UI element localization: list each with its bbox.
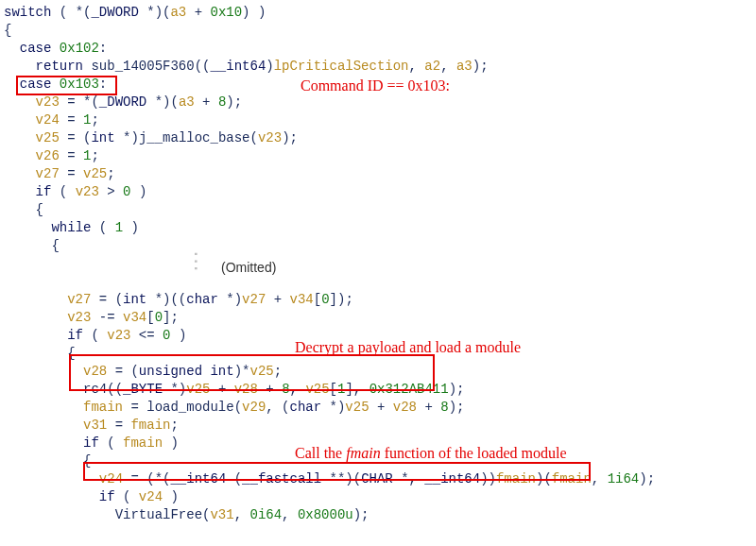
annotation-call-fmain-post: function of the loaded module bbox=[381, 445, 567, 461]
code-omitted-gap bbox=[4, 255, 752, 291]
code-line-21: v31 = fmain; bbox=[4, 417, 752, 435]
omitted-label: (Omitted) bbox=[221, 259, 276, 277]
annotation-call-fmain: Call the fmain function of the loaded mo… bbox=[295, 444, 567, 462]
code-line-3: return sub_14005F360((__int64)lpCritical… bbox=[4, 58, 752, 76]
code-line-9: v27 = v25; bbox=[4, 165, 752, 183]
code-line-10: if ( v23 > 0 ) bbox=[4, 183, 752, 201]
code-line-25: if ( v24 ) bbox=[4, 488, 752, 506]
code-line-15: v23 -= v34[0]; bbox=[4, 309, 752, 327]
code-line-1: { bbox=[4, 22, 752, 40]
code-line-2: case 0x102: bbox=[4, 40, 752, 58]
code-line-12: while ( 1 ) bbox=[4, 219, 752, 237]
ellipsis-icon: … bbox=[194, 250, 212, 275]
code-line-19: rc4((_BYTE *)v25 + v28 + 8, v25[1], 0x31… bbox=[4, 381, 752, 399]
code-line-20: fmain = load_module(v29, (char *)v25 + v… bbox=[4, 399, 752, 417]
code-line-14: v27 = (int *)((char *)v27 + v34[0]); bbox=[4, 291, 752, 309]
code-line-18: v28 = (unsigned int)*v25; bbox=[4, 363, 752, 381]
annotation-decrypt: Decrypt a payload and load a module bbox=[295, 338, 521, 356]
code-line-8: v26 = 1; bbox=[4, 147, 752, 165]
code-line-0: switch ( *(_DWORD *)(a3 + 0x10) ) bbox=[4, 4, 752, 22]
code-line-13: { bbox=[4, 237, 752, 255]
annotation-command-id: Command ID == 0x103: bbox=[301, 77, 450, 94]
annotation-call-fmain-italic: fmain bbox=[346, 445, 380, 461]
code-line-11: { bbox=[4, 201, 752, 219]
code-line-5: v23 = *(_DWORD *)(a3 + 8); bbox=[4, 94, 752, 111]
annotation-call-fmain-pre: Call the bbox=[295, 445, 346, 461]
code-line-24: v24 = (*(__int64 (__fastcall **)(CHAR *,… bbox=[4, 470, 752, 488]
code-line-7: v25 = (int *)j__malloc_base(v23); bbox=[4, 129, 752, 147]
code-line-26: VirtualFree(v31, 0i64, 0x8000u); bbox=[4, 506, 752, 524]
code-line-6: v24 = 1; bbox=[4, 111, 752, 129]
